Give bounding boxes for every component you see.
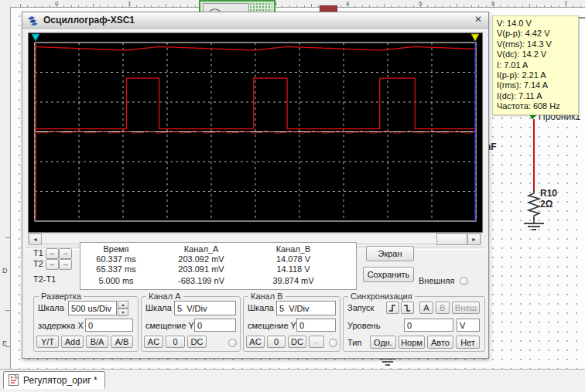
oscilloscope-window[interactable]: Осциллограф-XSC1 ✕ ◄ ► T1 ← → T2 ← → T2-… [22,12,489,359]
ruler-tick [282,5,282,7]
sheet-tab-bar: Регулятор_ориг * [0,369,585,392]
ruler-tick [500,5,501,7]
app-icon [27,15,39,26]
ruler-tick [187,5,188,7]
sheet-tab[interactable]: Регулятор_ориг * [3,371,105,389]
rising-edge-icon [388,304,397,312]
sync-type-auto-button[interactable]: Авто [427,336,453,349]
timebase-scale-spinner[interactable]: ▲ ▼ [118,301,128,315]
rising-edge-button[interactable] [386,302,399,314]
save-button[interactable]: Сохранить [363,267,414,282]
falling-edge-icon [403,304,412,312]
ruler-tick [377,5,378,7]
trigger-source-ext-button[interactable]: Внеш [452,302,480,314]
timebase-scale-label: Шкала [38,303,64,312]
scrollbar-thumb[interactable] [436,233,467,245]
ruler-tick [144,5,145,7]
t2-move-right-button[interactable]: → [59,259,72,270]
ruler-tick [42,5,43,7]
ruler-tick [56,4,57,7]
channel-b-dc-button[interactable]: DC [288,336,306,348]
resistor-value-label[interactable]: 2Ω [540,199,552,210]
channel-b-group: Канал B Шкала смещение Y AC 0 DC - [243,296,340,352]
channel-b-title: Канал B [248,291,286,301]
screen-button[interactable]: Экран [366,246,414,261]
ruler-tick [478,5,479,7]
sync-type-normal-button[interactable]: Норм [399,336,425,349]
channel-a-offset-input[interactable] [194,319,236,332]
external-trigger-radio[interactable] [460,277,468,285]
ruler-tick [420,4,421,7]
column-header-channel-a: Канал_A [152,244,251,254]
channel-b-offset-input[interactable] [296,319,336,332]
ruler-tick [93,4,94,7]
readout-row-t1: 60.337 ms 203.092 mV 14.078 V [80,254,356,264]
sync-level-input[interactable] [404,319,453,332]
ruler-tick [136,5,137,7]
wire-probe-to-resistor[interactable] [533,119,535,192]
channel-b-scale-input[interactable] [276,301,336,315]
cursor-2-handle[interactable] [471,34,479,41]
ruler-tick [551,5,552,7]
ruler-tick [122,5,123,7]
ruler-letter: D [2,267,8,274]
channel-a-scale-input[interactable] [174,301,236,315]
trigger-source-b-button[interactable]: B [436,302,450,314]
timebase-scale-input[interactable] [68,301,117,315]
ruler-tick [391,5,392,7]
spinner-down-icon[interactable]: ▼ [118,308,128,316]
ground-symbol[interactable] [522,218,548,233]
window-title: Осциллограф-XSC1 [43,15,135,26]
falling-edge-button[interactable] [401,302,414,314]
cursor-1-handle[interactable] [32,34,39,41]
t2-move-left-button[interactable]: ← [46,259,59,270]
channel-a-title: Канал A [146,291,183,301]
timebase-yt-button[interactable]: Y/T [36,336,59,348]
ruler-tick [159,5,159,7]
trigger-source-a-button[interactable]: A [419,302,433,314]
sync-type-none-button[interactable]: Нет [456,336,480,349]
ruler-tick [493,4,494,7]
probe-measure-vrms: V(rms): 14.3 V [497,39,574,49]
ruler-tick [296,5,297,7]
ruler-tick [566,4,566,7]
t1-channel-b: 14.078 V [251,254,336,264]
scroll-right-icon[interactable]: ► [467,233,481,245]
ruler-tick [180,5,181,7]
ruler-tick [5,237,10,238]
delta-channel-a: -683.199 nV [152,276,251,285]
close-icon[interactable]: ✕ [474,14,482,25]
timebase-ba-button[interactable]: B/A [86,336,108,348]
probe-measure-v: V: 14.0 V [497,19,574,29]
channel-a-zero-button[interactable]: 0 [166,336,185,348]
channel-a-dc-button[interactable]: DC [187,336,207,348]
scroll-left-icon[interactable]: ◄ [29,233,42,245]
t1-move-left-button[interactable]: ← [46,248,59,259]
scope-traces [29,33,482,232]
ruler-tick [340,5,341,7]
sync-type-single-button[interactable]: Одн. [370,336,396,349]
timebase-delay-input[interactable] [85,319,133,332]
ruler-tick [63,5,64,7]
resistor-ref-label[interactable]: R10 [540,188,557,199]
ruler-tick [399,5,399,7]
ruler-tick [515,5,515,7]
oscilloscope-titlebar[interactable]: Осциллограф-XSC1 ✕ [22,12,488,29]
sheet-tab-label: Регулятор_ориг * [23,375,98,386]
ruler-tick [5,346,10,347]
channel-b-ac-button[interactable]: AC [246,336,265,348]
timebase-add-button[interactable]: Add [61,336,84,348]
channel-b-minus-button[interactable]: - [309,336,324,348]
ruler-tick [166,4,166,7]
channel-a-ac-button[interactable]: AC [144,336,163,348]
timebase-group: Развертка Шкала ▲ ▼ задержка X Y/T Add B… [33,296,139,352]
ruler-tick [78,5,79,7]
channel-b-zero-button[interactable]: 0 [267,336,286,348]
ruler-tick [573,5,573,7]
timebase-ab-button[interactable]: A/B [111,336,133,348]
spinner-up-icon[interactable]: ▲ [118,301,128,308]
sync-level-unit[interactable] [457,319,480,332]
t1-move-right-button[interactable]: → [59,248,72,259]
timebase-delay-label: задержка X [38,321,84,330]
t2-channel-a: 203.091 mV [152,264,251,274]
